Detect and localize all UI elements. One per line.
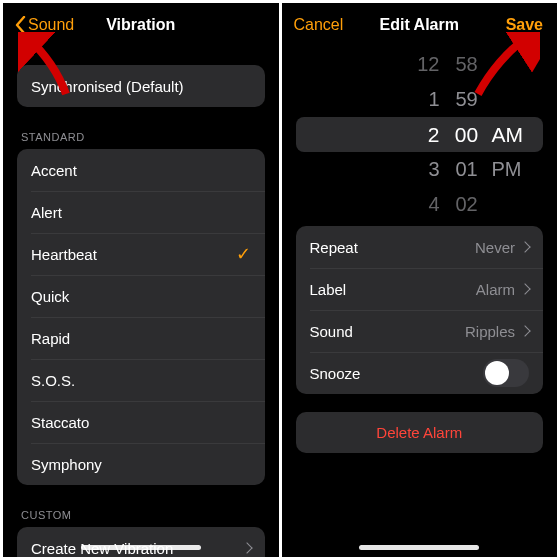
chevron-left-icon (15, 16, 26, 34)
repeat-row[interactable]: Repeat Never (296, 226, 544, 268)
chevron-right-icon (237, 544, 251, 552)
default-vibration-row[interactable]: Synchronised (Default) (17, 65, 265, 107)
home-indicator[interactable] (81, 545, 201, 550)
custom-vibration-group: Create New Vibration (17, 527, 265, 557)
ampm-column[interactable]: AMPM (492, 117, 542, 187)
page-title: Vibration (106, 16, 175, 34)
page-title: Edit Alarm (380, 16, 459, 34)
vibration-row[interactable]: Heartbeat✓ (17, 233, 265, 275)
save-button[interactable]: Save (506, 16, 543, 34)
vibration-row[interactable]: S.O.S. (17, 359, 265, 401)
phone-vibration-screen: Sound Vibration Synchronised (Default) S… (3, 3, 279, 557)
minute-column[interactable]: 575859000102 (442, 47, 492, 222)
back-label: Sound (28, 16, 74, 34)
time-picker[interactable]: 11121234 575859000102 AMPM (282, 47, 558, 222)
snooze-row: Snooze (296, 352, 544, 394)
custom-header: CUSTOM (21, 509, 265, 521)
vibration-row[interactable]: Rapid (17, 317, 265, 359)
vibration-row[interactable]: Accent (17, 149, 265, 191)
checkmark-icon: ✓ (236, 243, 251, 265)
hour-column[interactable]: 11121234 (390, 47, 440, 222)
standard-vibration-list: AccentAlertHeartbeat✓QuickRapidS.O.S.Sta… (17, 149, 265, 485)
vibration-row[interactable]: Alert (17, 191, 265, 233)
default-vibration-group: Synchronised (Default) (17, 65, 265, 107)
cancel-button[interactable]: Cancel (294, 16, 344, 34)
sound-row[interactable]: Sound Ripples (296, 310, 544, 352)
navbar-edit-alarm: Cancel Edit Alarm Save (282, 3, 558, 47)
home-indicator[interactable] (359, 545, 479, 550)
label-row[interactable]: Label Alarm (296, 268, 544, 310)
snooze-toggle[interactable] (483, 359, 529, 387)
phone-edit-alarm-screen: Cancel Edit Alarm Save 11121234 57585900… (282, 3, 558, 557)
navbar-vibration: Sound Vibration (3, 3, 279, 47)
vibration-row[interactable]: Staccato (17, 401, 265, 443)
standard-header: STANDARD (21, 131, 265, 143)
alarm-options-group: Repeat Never Label Alarm Sound Ripples S… (296, 226, 544, 394)
back-button[interactable]: Sound (15, 16, 74, 34)
delete-alarm-button[interactable]: Delete Alarm (296, 412, 544, 453)
create-vibration-row[interactable]: Create New Vibration (17, 527, 265, 557)
vibration-row[interactable]: Quick (17, 275, 265, 317)
delete-alarm-group: Delete Alarm (296, 412, 544, 453)
vibration-row[interactable]: Symphony (17, 443, 265, 485)
